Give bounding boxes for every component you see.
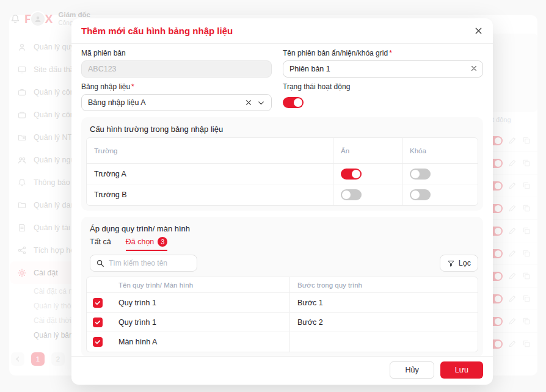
column-header-checkbox xyxy=(87,277,111,292)
field-config-row: Trường A xyxy=(87,164,478,184)
apply-row: Màn hình A xyxy=(87,332,478,352)
apply-row: Quy trình 1Bước 1 xyxy=(87,293,478,313)
hidden-toggle[interactable] xyxy=(341,189,362,200)
row-checkbox[interactable] xyxy=(93,318,103,327)
apply-row: Quy trình 1Bước 2 xyxy=(87,313,478,332)
chevron-down-icon[interactable] xyxy=(257,99,265,107)
column-header-name: Tên quy trình/ Màn hình xyxy=(111,277,289,292)
clear-icon[interactable] xyxy=(470,65,478,72)
tab-selected[interactable]: Đã chọn 3 xyxy=(126,237,168,251)
locked-toggle[interactable] xyxy=(410,169,431,180)
modal-body: Mã phiên bản Tên phiên bản ẩn/hiện/khóa … xyxy=(71,44,493,356)
process-step: Bước 1 xyxy=(289,293,478,312)
clear-icon[interactable] xyxy=(245,99,252,106)
apply-table: Tên quy trình/ Màn hình Bước trong quy t… xyxy=(86,277,478,352)
required-asterisk: * xyxy=(389,49,392,57)
search-input[interactable] xyxy=(109,259,203,267)
process-step xyxy=(289,332,478,352)
column-header-field: Trường xyxy=(87,138,333,163)
input-table-select[interactable]: Bảng nhập liệu A xyxy=(81,94,272,111)
apply-table-header: Tên quy trình/ Màn hình Bước trong quy t… xyxy=(87,277,478,293)
field-name: Trường A xyxy=(87,164,333,184)
apply-tabs: Tất cả Đã chọn 3 xyxy=(90,237,478,251)
field-config-table: Trường Ẩn Khóa Trường ATrường B xyxy=(86,137,478,206)
filter-button[interactable]: Lọc xyxy=(440,255,478,272)
column-header-locked: Khóa xyxy=(402,138,478,163)
save-button[interactable]: Lưu xyxy=(440,361,483,379)
field-config-rows: Trường ATrường B xyxy=(87,164,478,205)
apply-section: Áp dụng quy trình/ màn hình Tất cả Đã ch… xyxy=(81,217,483,356)
process-name: Màn hình A xyxy=(111,332,289,352)
field-status-label: Trạng thái hoạt động xyxy=(283,82,483,91)
process-step: Bước 2 xyxy=(289,313,478,332)
field-version-name: Tên phiên bản ẩn/hiện/khóa grid* xyxy=(283,49,483,78)
column-header-step: Bước trong quy trình xyxy=(289,277,478,292)
process-name: Quy trình 1 xyxy=(111,313,289,332)
code-input xyxy=(81,60,272,78)
version-name-input[interactable] xyxy=(283,60,483,78)
field-version-name-label: Tên phiên bản ẩn/hiện/khóa grid* xyxy=(283,49,483,57)
selected-count-badge: 3 xyxy=(158,237,167,247)
search-box xyxy=(90,255,197,272)
field-config-section-title: Cấu hình trường trong bảng nhập liệu xyxy=(90,125,478,134)
field-config-table-header: Trường Ẩn Khóa xyxy=(87,138,478,164)
search-icon xyxy=(96,259,104,267)
modal-title: Thêm mới cấu hình bảng nhập liệu xyxy=(81,26,233,36)
status-toggle[interactable] xyxy=(283,97,304,108)
field-config-row: Trường B xyxy=(87,184,478,205)
hidden-toggle[interactable] xyxy=(341,169,362,180)
field-status: Trạng thái hoạt động xyxy=(283,82,483,111)
locked-toggle[interactable] xyxy=(410,189,431,200)
field-code-label: Mã phiên bản xyxy=(81,49,272,57)
search-row: Lọc xyxy=(86,255,478,272)
modal-add-table-config: Thêm mới cấu hình bảng nhập liệu Mã phiê… xyxy=(71,18,493,385)
row-checkbox[interactable] xyxy=(93,298,103,308)
field-code: Mã phiên bản xyxy=(81,49,272,78)
field-config-section: Cấu hình trường trong bảng nhập liệu Trư… xyxy=(81,117,483,211)
row-checkbox[interactable] xyxy=(93,337,103,347)
field-name: Trường B xyxy=(87,184,333,205)
filter-funnel-icon xyxy=(447,260,455,267)
close-icon[interactable] xyxy=(474,26,483,35)
column-header-hidden: Ẩn xyxy=(333,138,402,163)
required-asterisk: * xyxy=(131,82,134,91)
modal-header: Thêm mới cấu hình bảng nhập liệu xyxy=(71,18,493,44)
apply-rows: Quy trình 1Bước 1Quy trình 1Bước 2Màn hì… xyxy=(87,293,478,352)
apply-section-title: Áp dụng quy trình/ màn hình xyxy=(90,224,478,233)
process-name: Quy trình 1 xyxy=(111,293,289,312)
field-input-table-label: Bảng nhập liệu* xyxy=(81,82,272,91)
tab-all[interactable]: Tất cả xyxy=(90,237,111,251)
cancel-button[interactable]: Hủy xyxy=(390,361,434,379)
field-input-table: Bảng nhập liệu* Bảng nhập liệu A xyxy=(81,82,272,111)
modal-footer: Hủy Lưu xyxy=(71,356,493,385)
input-table-select-value: Bảng nhập liệu A xyxy=(88,98,146,107)
